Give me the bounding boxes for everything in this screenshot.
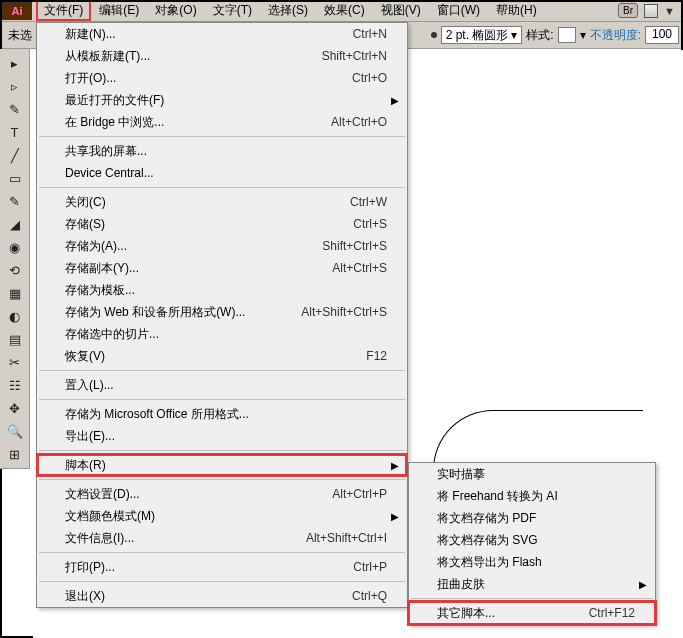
file-menu-item[interactable]: 存储副本(Y)...Alt+Ctrl+S [37,257,407,279]
menu-item-shortcut: Shift+Ctrl+N [322,49,387,63]
scripts-menu-item[interactable]: 其它脚本...Ctrl+F12 [409,602,655,624]
tool-0[interactable]: ▸ [2,52,28,74]
menu-item-label: 存储选中的切片... [65,326,387,343]
menu-item-shortcut: Alt+Shift+Ctrl+I [306,531,387,545]
file-menu-item[interactable]: 打印(P)...Ctrl+P [37,556,407,578]
file-menu-item[interactable]: 共享我的屏幕... [37,140,407,162]
menu-separator [39,370,405,371]
menu-item-label: 将文档导出为 Flash [437,554,635,571]
scripts-menu-item[interactable]: 将文档导出为 Flash [409,551,655,573]
file-menu-item[interactable]: 存储为 Microsoft Office 所用格式... [37,403,407,425]
file-menu-item[interactable]: 在 Bridge 中浏览...Alt+Ctrl+O [37,111,407,133]
tool-3[interactable]: T [2,121,28,143]
menu-item-label: 关闭(C) [65,194,350,211]
menu-item-label: 导出(E)... [65,428,387,445]
file-menu-item[interactable]: 从模板新建(T)...Shift+Ctrl+N [37,45,407,67]
tool-12[interactable]: ▤ [2,328,28,350]
tool-14[interactable]: ☷ [2,374,28,396]
menu-item-label: 打开(O)... [65,70,352,87]
menu-item-shortcut: Ctrl+P [353,560,387,574]
style-label: 样式: [526,27,553,44]
file-menu-item[interactable]: 脚本(R)▶ [37,454,407,476]
opacity-input[interactable]: 100 [645,26,679,44]
file-menu-item[interactable]: 关闭(C)Ctrl+W [37,191,407,213]
chevron-down-icon[interactable]: ▾ [580,28,586,42]
file-menu-item[interactable]: 导出(E)... [37,425,407,447]
menu-item-label: 在 Bridge 中浏览... [65,114,331,131]
menu-item-label: 共享我的屏幕... [65,143,387,160]
file-menu-item[interactable]: Device Central... [37,162,407,184]
tool-15[interactable]: ✥ [2,397,28,419]
file-menu-item[interactable]: 新建(N)...Ctrl+N [37,23,407,45]
menu-item-label: 其它脚本... [437,605,589,622]
tool-4[interactable]: ╱ [2,144,28,166]
menu-item-label: 恢复(V) [65,348,366,365]
tool-7[interactable]: ◢ [2,213,28,235]
scripts-menu-item[interactable]: 将文档存储为 PDF [409,507,655,529]
file-menu-item[interactable]: 存储为模板... [37,279,407,301]
file-menu-item[interactable]: 存储为(A)...Shift+Ctrl+S [37,235,407,257]
tool-1[interactable]: ▹ [2,75,28,97]
menu-item-label: 将文档存储为 SVG [437,532,635,549]
menu-item-label: 新建(N)... [65,26,353,43]
tool-16[interactable]: 🔍 [2,420,28,442]
menu-item-label: 最近打开的文件(F) [65,92,387,109]
file-menu-dropdown: 新建(N)...Ctrl+N从模板新建(T)...Shift+Ctrl+N打开(… [36,22,408,608]
file-menu-item[interactable]: 存储选中的切片... [37,323,407,345]
dropdown-arrow-icon[interactable]: ▼ [664,5,675,17]
menu-item-label: 存储为 Web 和设备所用格式(W)... [65,304,301,321]
selection-label: 未选 [4,27,36,44]
menu-separator [39,552,405,553]
bridge-badge[interactable]: Br [618,3,638,18]
menu-view[interactable]: 视图(V) [373,0,429,21]
file-menu-item[interactable]: 存储为 Web 和设备所用格式(W)...Alt+Shift+Ctrl+S [37,301,407,323]
file-menu-item[interactable]: 恢复(V)F12 [37,345,407,367]
scripts-menu-item[interactable]: 实时描摹 [409,463,655,485]
opacity-label[interactable]: 不透明度: [590,27,641,44]
scripts-menu-item[interactable]: 扭曲皮肤▶ [409,573,655,595]
menu-item-label: 实时描摹 [437,466,635,483]
file-menu-item[interactable]: 文件信息(I)...Alt+Shift+Ctrl+I [37,527,407,549]
menu-window[interactable]: 窗口(W) [429,0,488,21]
tool-5[interactable]: ▭ [2,167,28,189]
scripts-menu-item[interactable]: 将 Freehand 转换为 AI [409,485,655,507]
menubar: Ai 文件(F) 编辑(E) 对象(O) 文字(T) 选择(S) 效果(C) 视… [0,0,683,22]
file-menu-item[interactable]: 文档颜色模式(M)▶ [37,505,407,527]
tool-6[interactable]: ✎ [2,190,28,212]
menu-select[interactable]: 选择(S) [260,0,316,21]
tool-8[interactable]: ◉ [2,236,28,258]
menu-file[interactable]: 文件(F) [36,0,91,21]
style-swatch[interactable] [558,27,576,43]
tool-9[interactable]: ⟲ [2,259,28,281]
file-menu-item[interactable]: 打开(O)...Ctrl+O [37,67,407,89]
file-menu-item[interactable]: 退出(X)Ctrl+Q [37,585,407,607]
tool-2[interactable]: ✎ [2,98,28,120]
menu-help[interactable]: 帮助(H) [488,0,545,21]
menu-item-label: 置入(L)... [65,377,387,394]
menu-item-label: 将 Freehand 转换为 AI [437,488,635,505]
menu-separator [39,136,405,137]
menu-type[interactable]: 文字(T) [205,0,260,21]
file-menu-item[interactable]: 置入(L)... [37,374,407,396]
menu-item-label: 脚本(R) [65,457,387,474]
menu-item-label: 存储为模板... [65,282,387,299]
tool-11[interactable]: ◐ [2,305,28,327]
arrange-icon[interactable] [644,4,658,18]
menu-effect[interactable]: 效果(C) [316,0,373,21]
menu-item-label: 文档设置(D)... [65,486,332,503]
menu-item-label: 存储为 Microsoft Office 所用格式... [65,406,387,423]
menu-item-shortcut: F12 [366,349,387,363]
menu-separator [411,598,653,599]
file-menu-item[interactable]: 最近打开的文件(F)▶ [37,89,407,111]
menu-edit[interactable]: 编辑(E) [91,0,147,21]
stroke-select[interactable]: 2 pt. 椭圆形▾ [441,26,523,44]
menu-object[interactable]: 对象(O) [147,0,204,21]
scripts-submenu: 实时描摹将 Freehand 转换为 AI将文档存储为 PDF将文档存储为 SV… [408,462,656,625]
tool-10[interactable]: ▦ [2,282,28,304]
file-menu-item[interactable]: 文档设置(D)...Alt+Ctrl+P [37,483,407,505]
tool-17[interactable]: ⊞ [2,443,28,465]
scripts-menu-item[interactable]: 将文档存储为 SVG [409,529,655,551]
menu-item-label: 从模板新建(T)... [65,48,322,65]
file-menu-item[interactable]: 存储(S)Ctrl+S [37,213,407,235]
tool-13[interactable]: ✂ [2,351,28,373]
